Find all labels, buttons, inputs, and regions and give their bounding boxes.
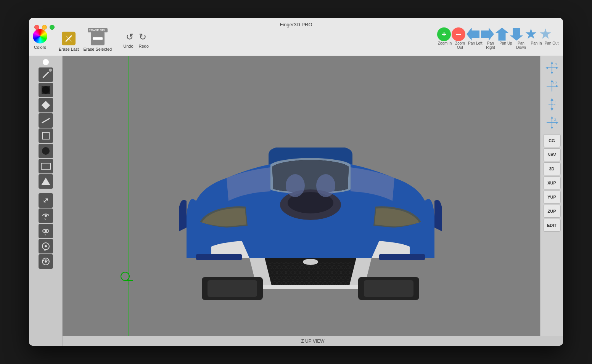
tool-indicator: [43, 59, 49, 65]
z-axis-icon[interactable]: Z: [543, 114, 561, 131]
circle-button[interactable]: [39, 144, 53, 158]
pan-right-button[interactable]: [481, 27, 494, 41]
yup-button[interactable]: YUP: [543, 191, 561, 204]
status-bar: Z UP VIEW: [63, 336, 563, 346]
svg-marker-41: [550, 108, 553, 111]
svg-marker-31: [556, 67, 558, 69]
rotate-z-button[interactable]: Z: [39, 239, 53, 253]
square-icon: [42, 132, 50, 140]
svg-point-15: [286, 174, 305, 197]
square-button[interactable]: [39, 128, 53, 143]
svg-rect-0: [93, 37, 103, 40]
undo-label: Undo: [123, 44, 133, 48]
close-button[interactable]: [34, 25, 39, 30]
pan-down-button[interactable]: [510, 27, 523, 41]
cg-button[interactable]: CG: [543, 134, 561, 147]
rotate-x-icon: X: [40, 210, 51, 221]
pan-down-icon: [510, 28, 523, 41]
axis-y-svg: x y: [545, 79, 559, 93]
zoom-out-button[interactable]: −: [452, 27, 465, 41]
pan-left-icon: [467, 28, 479, 41]
pan-out-button[interactable]: [539, 27, 552, 41]
rotate-z-icon: Z: [40, 241, 51, 252]
svg-marker-36: [556, 85, 558, 87]
line-icon: [41, 118, 50, 123]
pan-up-icon: [495, 28, 508, 41]
svg-text:Z: Z: [554, 118, 557, 122]
svg-point-19: [303, 259, 318, 265]
pan-left-button[interactable]: [466, 27, 480, 41]
svg-marker-40: [550, 98, 553, 101]
svg-text:X: X: [44, 218, 47, 221]
svg-rect-17: [269, 262, 352, 285]
zoom-in-button[interactable]: +: [437, 27, 451, 41]
erase-last-group: Erase Last: [59, 32, 79, 51]
right-sidebar: x x y: [540, 56, 563, 336]
move-icon: ⤢: [43, 196, 48, 205]
tool-panel: ⤢ X Y Z: [29, 56, 63, 346]
pen-tool-button[interactable]: [39, 67, 53, 82]
svg-text:Y: Y: [44, 233, 47, 236]
svg-point-11: [45, 260, 47, 263]
circle-icon: [41, 146, 50, 156]
triangle-button[interactable]: [39, 174, 53, 189]
svg-marker-46: [551, 116, 553, 119]
rotate-y-icon: Y: [40, 226, 51, 236]
erase-last-button[interactable]: [62, 32, 76, 45]
pan-up-label: Pan Up: [498, 41, 513, 50]
nav-button[interactable]: NAV: [543, 148, 561, 161]
maximize-button[interactable]: [50, 25, 55, 30]
pan-out-icon: [540, 29, 551, 40]
edit-button[interactable]: EDIT: [543, 219, 561, 232]
minimize-button[interactable]: [42, 25, 47, 30]
main-window: Finger3D PRO Colors Erase Last: [29, 18, 563, 346]
pan-right-icon: [481, 28, 494, 41]
svg-rect-21: [208, 280, 257, 297]
zoom-in-label: Zoom In: [437, 41, 452, 50]
pan-in-button[interactable]: [524, 27, 538, 41]
axis-z-svg: Z: [545, 115, 559, 130]
spin-button[interactable]: [39, 254, 53, 269]
erase-selected-group: ERASE SEL. Erase Selected: [84, 28, 112, 51]
svg-point-3: [45, 215, 47, 217]
svg-marker-30: [545, 67, 548, 69]
undo-button[interactable]: ↺: [124, 32, 135, 42]
undo-icon: ↺: [126, 32, 134, 42]
svg-rect-23: [364, 280, 413, 297]
redo-button[interactable]: ↻: [137, 32, 148, 42]
arrow-up-icon[interactable]: ↑: [543, 96, 561, 113]
svg-text:x: x: [555, 62, 557, 66]
pan-up-button[interactable]: [495, 27, 509, 41]
erase-last-label: Erase Last: [59, 47, 79, 51]
xup-button[interactable]: XUP: [543, 176, 561, 189]
car-svg: [158, 94, 463, 308]
svg-rect-18: [257, 285, 364, 289]
colors-button[interactable]: [33, 29, 47, 43]
svg-marker-28: [551, 61, 553, 64]
3d-button[interactable]: 3D: [543, 162, 561, 175]
main-content: ⤢ X Y Z: [29, 56, 563, 346]
triangle-icon: [41, 178, 50, 185]
y-axis-icon[interactable]: x y: [543, 77, 561, 95]
svg-point-16: [316, 174, 335, 197]
erase-selected-icon: [91, 32, 105, 45]
axis-x-svg: x: [545, 61, 559, 75]
diamond-icon: [41, 101, 50, 110]
rotate-y-button[interactable]: Y: [39, 224, 53, 238]
horizontal-guideline: [63, 281, 540, 281]
rotate-x-button[interactable]: X: [39, 208, 53, 223]
zup-button[interactable]: ZUP: [543, 205, 561, 218]
rect-button[interactable]: [39, 159, 53, 173]
move-button[interactable]: ⤢: [39, 193, 53, 208]
diamond-button[interactable]: [39, 98, 53, 112]
pan-down-label: Pan Down: [513, 41, 529, 50]
svg-rect-25: [379, 254, 425, 260]
canvas-area[interactable]: [63, 56, 540, 336]
axis-up-svg: ↑: [545, 97, 559, 112]
svg-point-8: [45, 245, 47, 247]
x-axis-icon[interactable]: x: [543, 59, 561, 77]
vertical-guideline: [129, 56, 129, 336]
line-button[interactable]: [39, 113, 53, 128]
circle-fill-button[interactable]: [39, 83, 53, 97]
erase-selected-button[interactable]: [91, 32, 105, 45]
